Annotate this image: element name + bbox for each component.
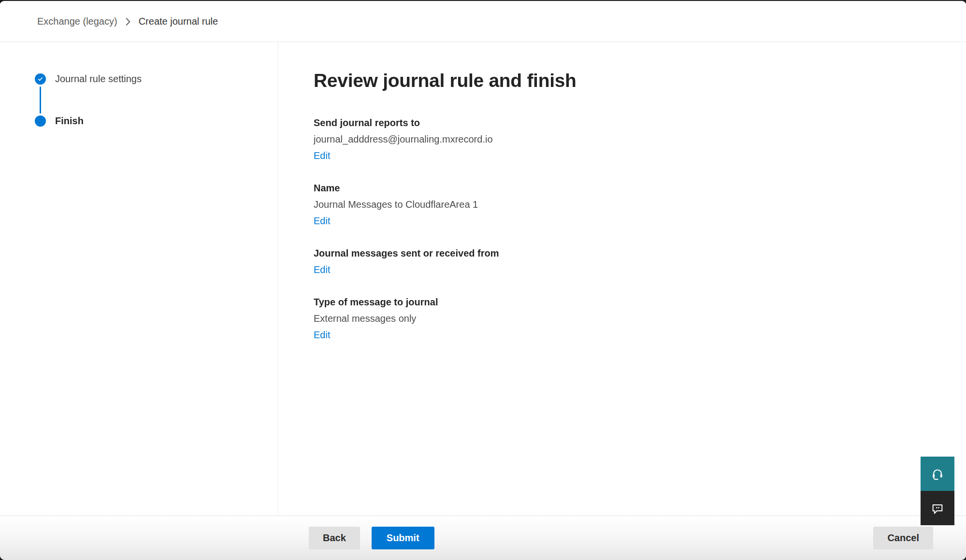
journal-report-address-value: journal_adddress@journaling.mxrecord.io xyxy=(314,133,937,145)
edit-name-link[interactable]: Edit xyxy=(314,215,330,227)
step-completed-check-icon xyxy=(35,73,46,85)
breadcrumb-exchange-legacy-link[interactable]: Exchange (legacy) xyxy=(37,16,117,27)
wizard-step-journal-rule-settings[interactable]: Journal rule settings xyxy=(35,73,278,85)
support-headset-button[interactable] xyxy=(921,457,954,491)
section-label: Type of message to journal xyxy=(314,296,937,308)
feedback-chat-button[interactable] xyxy=(921,491,954,525)
section-label: Send journal reports to xyxy=(314,116,937,129)
breadcrumb-current-page: Create journal rule xyxy=(139,16,218,27)
step-label-journal-rule-settings: Journal rule settings xyxy=(55,73,142,85)
exchange-admin-window: Exchange (legacy) Create journal rule Jo… xyxy=(0,0,966,560)
section-label: Journal messages sent or received from xyxy=(314,247,937,259)
cancel-button[interactable]: Cancel xyxy=(873,527,933,549)
rule-name-value: Journal Messages to CloudflareArea 1 xyxy=(314,198,937,211)
step-current-dot-icon xyxy=(35,115,46,127)
wizard-steps-sidebar: Journal rule settings Finish xyxy=(0,43,278,515)
section-send-journal-reports-to: Send journal reports to journal_adddress… xyxy=(314,116,937,162)
message-type-value: External messages only xyxy=(314,312,937,325)
section-label: Name xyxy=(314,182,937,194)
edit-scope-link[interactable]: Edit xyxy=(314,263,330,276)
edit-message-type-link[interactable]: Edit xyxy=(314,329,330,341)
page-title: Review journal rule and finish xyxy=(314,70,937,91)
chat-icon xyxy=(931,502,944,515)
section-journal-messages-sent-or-received: Journal messages sent or received from E… xyxy=(314,247,937,276)
step-label-finish: Finish xyxy=(55,115,84,127)
review-panel: Review journal rule and finish Send jour… xyxy=(278,43,966,515)
breadcrumb: Exchange (legacy) Create journal rule xyxy=(37,16,218,27)
breadcrumb-chevron-icon xyxy=(125,17,131,26)
help-button-stack xyxy=(921,457,954,525)
header-bar: Exchange (legacy) Create journal rule xyxy=(0,1,966,42)
wizard-body: Journal rule settings Finish Review jour… xyxy=(0,43,966,515)
section-type-of-message-to-journal: Type of message to journal External mess… xyxy=(314,296,937,341)
section-name: Name Journal Messages to CloudflareArea … xyxy=(314,182,937,227)
footer-action-bar: Back Submit Cancel xyxy=(0,516,966,560)
back-button[interactable]: Back xyxy=(309,527,360,549)
wizard-step-finish[interactable]: Finish xyxy=(35,115,278,127)
submit-button[interactable]: Submit xyxy=(372,527,434,549)
headset-icon xyxy=(931,467,944,481)
step-connector-line xyxy=(40,86,41,114)
edit-send-journal-reports-link[interactable]: Edit xyxy=(314,149,330,162)
